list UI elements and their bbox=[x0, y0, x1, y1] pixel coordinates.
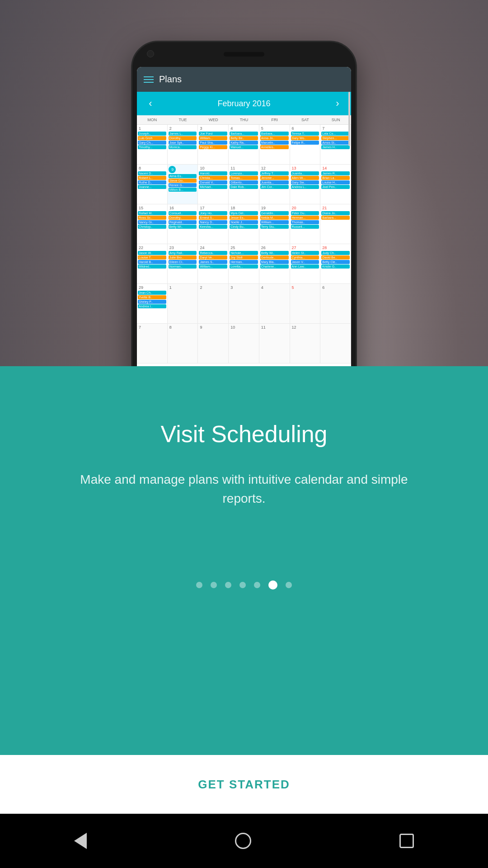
calendar-event[interactable]: Harold B.. bbox=[138, 260, 166, 264]
calendar-event[interactable]: Yvette B.. bbox=[138, 295, 166, 299]
calendar-event[interactable]: Betty Wi.. bbox=[260, 251, 289, 255]
calendar-event[interactable]: Barbara... bbox=[260, 132, 289, 136]
calendar-event[interactable]: Kristin G.. bbox=[321, 264, 350, 269]
calendar-day[interactable]: 7 bbox=[137, 324, 168, 363]
get-started-button[interactable]: GET STARTED bbox=[198, 778, 290, 792]
calendar-day[interactable]: 18Myra Del..Jesse Es..Noelle J..Cindy Bu… bbox=[229, 204, 259, 244]
calendar-event[interactable]: Tomas... bbox=[230, 176, 258, 180]
calendar-event[interactable]: Keesha... bbox=[199, 225, 227, 229]
calendar-day[interactable]: 27Helen St..Cynthia...Jason V..Ann Law.. bbox=[290, 244, 321, 284]
calendar-day[interactable]: 4Barbara...Betty Be..Kathy Ra..Manuel... bbox=[229, 125, 259, 165]
calendar-day[interactable]: 1Joseph..Luis GrohGary Ch...Timothy... bbox=[137, 125, 168, 165]
calendar-event[interactable]: Louise H.. bbox=[321, 180, 350, 184]
calendar-event[interactable]: Cynthia... bbox=[291, 255, 319, 259]
calendar-event[interactable]: Felipe R.. bbox=[291, 141, 319, 145]
calendar-day[interactable]: 3Joe FordWilliam...Paul Sha..Peggy Ki... bbox=[198, 125, 229, 165]
calendar-event[interactable]: Joseph.. bbox=[138, 132, 166, 136]
calendar-event[interactable]: Nelda M.. bbox=[260, 216, 289, 220]
calendar-event[interactable]: Jason V.. bbox=[291, 260, 319, 264]
calendar-event[interactable]: Steve Go.. bbox=[169, 179, 197, 183]
calendar-day[interactable]: 3 bbox=[229, 284, 259, 324]
calendar-event[interactable]: Ernest S.. bbox=[199, 216, 227, 220]
calendar-day[interactable]: 19Geraldin..Nelda M..William...Terry Stu… bbox=[259, 204, 290, 244]
calendar-event[interactable]: Thomas.. bbox=[291, 220, 319, 224]
calendar-event[interactable]: Noelle J.. bbox=[230, 220, 258, 224]
calendar-event[interactable]: Lorenzo.. bbox=[230, 171, 258, 175]
calendar-event[interactable]: Nancy D.. bbox=[199, 220, 227, 224]
calendar-event[interactable]: Norman.. bbox=[169, 264, 197, 269]
calendar-event[interactable]: Betty Be.. bbox=[230, 136, 258, 140]
calendar-event[interactable]: Ann Law.. bbox=[291, 264, 319, 269]
page-dot-2[interactable] bbox=[211, 582, 217, 588]
calendar-day[interactable]: 23Amy Rall..Julie Bro..Eileen Cl..Norman… bbox=[168, 244, 198, 284]
calendar-day[interactable]: 21Diana Jo..Barbara... bbox=[320, 204, 351, 244]
calendar-day[interactable]: 15Rafael M..Ross Sc..Nancy Gi..Christop.… bbox=[137, 204, 168, 244]
calendar-event[interactable]: Lela Co... bbox=[321, 132, 350, 136]
calendar-event[interactable]: William... bbox=[260, 220, 289, 224]
calendar-event[interactable]: Teresa T.. bbox=[291, 132, 319, 136]
calendar-event[interactable]: Robert L.. bbox=[138, 176, 166, 180]
calendar-event[interactable]: Jesse Es.. bbox=[230, 216, 258, 220]
calendar-event[interactable]: Paul Sha.. bbox=[199, 141, 227, 145]
calendar-event[interactable]: Christa... bbox=[199, 176, 227, 180]
calendar-event[interactable]: Michael.. bbox=[199, 185, 227, 189]
calendar-event[interactable]: Brian La.. bbox=[321, 176, 350, 180]
calendar-day[interactable]: 16Consuel..Dorothy..Reginald..Betty Wi.. bbox=[168, 204, 198, 244]
calendar-event[interactable]: Luis Groh bbox=[138, 136, 166, 140]
calendar-event[interactable]: Jeffrey T.. bbox=[260, 171, 289, 175]
calendar-day[interactable]: 4 bbox=[259, 284, 290, 324]
calendar-event[interactable]: Peggy Ki... bbox=[199, 145, 227, 149]
calendar-day[interactable]: 8 bbox=[168, 324, 198, 363]
next-month-button[interactable]: › bbox=[331, 98, 344, 109]
calendar-day[interactable]: 8Naomi D..Robert L..Ruthe D..Joanne... bbox=[137, 165, 168, 204]
calendar-event[interactable]: Stephen... bbox=[321, 136, 350, 140]
calendar-event[interactable]: James L.. bbox=[169, 132, 197, 136]
calendar-event[interactable]: Milton B... bbox=[169, 188, 197, 192]
calendar-event[interactable]: Jose Syk.. bbox=[169, 141, 197, 145]
calendar-event[interactable]: Cindy Bu.. bbox=[230, 225, 258, 229]
calendar-day[interactable]: 12 bbox=[290, 324, 321, 363]
calendar-event[interactable]: Shirley P.. bbox=[138, 300, 166, 304]
calendar-day[interactable]: 5Barbara...Anna Jo..Marcelin..Annelies.. bbox=[259, 125, 290, 165]
calendar-event[interactable]: Marcelin.. bbox=[260, 141, 289, 145]
calendar-event[interactable]: Donald V.. bbox=[199, 180, 227, 184]
calendar-day[interactable]: 2James L..Dorothy..Jose Syk..Monica.. bbox=[168, 125, 198, 165]
calendar-event[interactable]: William... bbox=[199, 264, 227, 269]
calendar-day[interactable]: 9Alma Es..Steve Go..Renee G..Milton B... bbox=[168, 165, 198, 204]
calendar-event[interactable]: Betty Wi.. bbox=[169, 225, 197, 229]
calendar-event[interactable]: Russell... bbox=[291, 225, 319, 229]
calendar-day[interactable]: 2 bbox=[198, 284, 229, 324]
calendar-event[interactable]: Annelies.. bbox=[260, 145, 289, 149]
calendar-event[interactable]: James S.. bbox=[199, 260, 227, 264]
calendar-day[interactable]: 10 bbox=[229, 324, 259, 363]
calendar-event[interactable]: Loretta... bbox=[230, 264, 258, 269]
calendar-day[interactable]: 17Joey Ho..Ernest S..Nancy D..Keesha... bbox=[198, 204, 229, 244]
calendar-day[interactable]: 7Lela Co...Stephen...Amos St..James H.. bbox=[320, 125, 351, 165]
calendar-event[interactable]: Joy Stoll bbox=[230, 255, 258, 259]
calendar-day[interactable]: 6Teresa T..Gary Wo..Felipe R.. bbox=[290, 125, 321, 165]
calendar-event[interactable]: Anna Jo.. bbox=[260, 136, 289, 140]
calendar-event[interactable]: Naomi D.. bbox=[138, 171, 166, 175]
calendar-event[interactable]: James R.. bbox=[321, 171, 350, 175]
page-dot-3[interactable] bbox=[225, 582, 231, 588]
calendar-event[interactable]: Juanita... bbox=[260, 180, 289, 184]
calendar-event[interactable]: Peter Du.. bbox=[291, 211, 319, 215]
calendar-day[interactable]: 6 bbox=[320, 284, 351, 324]
calendar-day[interactable]: 11Lorenzo..Tomas...Gilberto..Dale Rob.. bbox=[229, 165, 259, 204]
calendar-event[interactable]: Manuel... bbox=[230, 145, 258, 149]
calendar-event[interactable]: Amos St.. bbox=[321, 141, 350, 145]
calendar-event[interactable]: Nichole... bbox=[230, 251, 258, 255]
calendar-event[interactable]: David Be.. bbox=[321, 255, 350, 259]
page-dot-7[interactable] bbox=[286, 582, 292, 588]
calendar-day[interactable]: 11 bbox=[259, 324, 290, 363]
calendar-event[interactable]: Barbara... bbox=[321, 216, 350, 220]
calendar-day[interactable]: 13Juanita...Allen Mi...Gary Sw..Andrea L… bbox=[290, 165, 321, 204]
prev-month-button[interactable]: ‹ bbox=[144, 98, 157, 109]
calendar-day[interactable]: 25Nichole...Joy StollHerman..Loretta... bbox=[229, 244, 259, 284]
calendar-event[interactable]: Betty Cle.. bbox=[321, 260, 350, 264]
calendar-event[interactable]: Jim Cor.. bbox=[260, 185, 289, 189]
calendar-event[interactable]: Barbara... bbox=[230, 132, 258, 136]
calendar-day[interactable]: 9 bbox=[198, 324, 229, 363]
calendar-event[interactable]: Joel Pen.. bbox=[321, 185, 350, 189]
calendar-event[interactable]: Helen St.. bbox=[291, 251, 319, 255]
